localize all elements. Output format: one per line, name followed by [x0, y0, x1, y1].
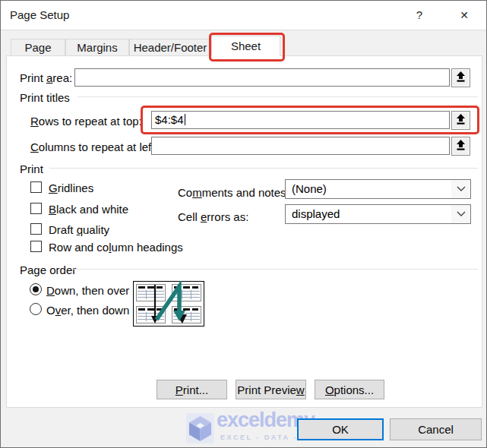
tab-sheet[interactable]: Sheet [211, 36, 280, 56]
group-divider [77, 96, 478, 97]
columns-to-repeat-input[interactable] [151, 137, 450, 155]
print-area-label: Print area: [20, 71, 72, 84]
columns-to-repeat-label: Columns to repeat at left: [30, 140, 158, 153]
ok-button[interactable]: OK [297, 418, 384, 440]
exceldemy-logo-icon [186, 413, 214, 446]
tab-page[interactable]: Page [11, 39, 65, 56]
draft-quality-checkbox[interactable] [30, 223, 42, 235]
cancel-button[interactable]: Cancel [390, 418, 482, 440]
over-then-down-radio[interactable] [30, 303, 42, 315]
close-icon[interactable]: ✕ [454, 5, 475, 26]
black-and-white-checkbox[interactable] [30, 203, 42, 214]
collapse-dialog-icon [456, 114, 466, 128]
gridlines-label: Gridlines [49, 181, 93, 194]
row-column-headings-label: Row and column headings [49, 241, 183, 254]
page-setup-dialog: Page Setup ? ✕ Page Margins Header/Foote… [0, 0, 487, 448]
cell-errors-as-label: Cell errors as: [178, 210, 248, 223]
group-divider [72, 269, 478, 270]
group-divider [49, 168, 478, 169]
down-then-over-label: Down, then over [46, 284, 129, 297]
cell-errors-as-select[interactable]: displayed [285, 204, 471, 224]
chevron-down-icon[interactable] [451, 180, 470, 198]
print-titles-group-label: Print titles [20, 91, 70, 104]
options-button[interactable]: Options... [315, 380, 384, 399]
rows-to-repeat-label: Rows to repeat at top: [30, 115, 142, 128]
page-order-illustration [133, 281, 204, 327]
cell-errors-as-value: displayed [292, 207, 340, 220]
chevron-down-icon[interactable] [451, 205, 470, 223]
print-area-collapse-button[interactable] [451, 68, 470, 87]
tab-header-footer[interactable]: Header/Footer [129, 39, 211, 56]
tab-margins[interactable]: Margins [65, 39, 129, 56]
rows-to-repeat-input[interactable]: $4:$4 [151, 111, 450, 129]
columns-to-repeat-collapse-button[interactable] [451, 137, 470, 156]
text-cursor [185, 114, 185, 125]
gridlines-checkbox[interactable] [30, 181, 42, 193]
print-button[interactable]: Print... [157, 380, 227, 399]
rows-to-repeat-collapse-button[interactable] [451, 111, 470, 130]
row-column-headings-checkbox[interactable] [30, 241, 42, 252]
sheet-tab-pane: Print area: Print titles Rows to repeat … [6, 55, 482, 408]
over-then-down-label: Over, then down [46, 304, 129, 317]
comments-and-notes-value: (None) [292, 182, 327, 195]
collapse-dialog-icon [456, 71, 466, 85]
down-then-over-radio[interactable] [30, 283, 42, 295]
collapse-dialog-icon [456, 140, 466, 153]
page-order-group-label: Page order [20, 263, 76, 276]
comments-and-notes-select[interactable]: (None) [285, 179, 471, 199]
dialog-title: Page Setup [10, 1, 69, 30]
black-and-white-label: Black and white [49, 203, 128, 216]
print-preview-button[interactable]: Print Preview [236, 380, 306, 399]
comments-and-notes-label: Comments and notes: [178, 186, 289, 199]
print-area-input[interactable] [74, 68, 450, 87]
title-bar: Page Setup ? ✕ [1, 1, 486, 30]
help-icon[interactable]: ? [409, 5, 430, 26]
draft-quality-label: Draft quality [49, 223, 109, 236]
print-group-label: Print [20, 162, 43, 175]
